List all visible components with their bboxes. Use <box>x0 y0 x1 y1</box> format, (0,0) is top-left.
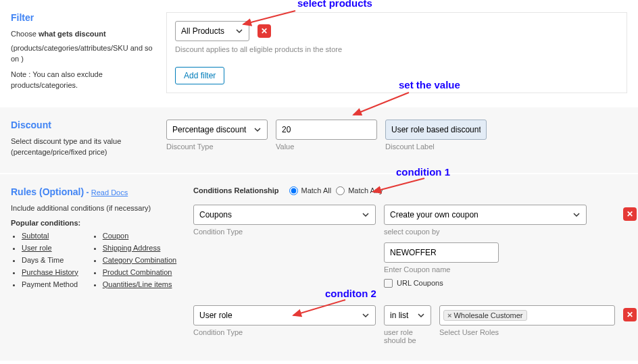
discount-side-text: Select discount type and its value (perc… <box>11 136 153 158</box>
delete-condition1-button[interactable]: ✕ <box>623 207 637 221</box>
condition2-roles-input[interactable]: ×Wholesale Customer <box>439 305 615 326</box>
discount-title: Discount <box>11 120 153 130</box>
filter-choose-sub: (products/categories/attributes/SKU and … <box>11 43 153 65</box>
role-tag[interactable]: ×Wholesale Customer <box>443 310 527 321</box>
popular-link[interactable]: Coupon <box>103 232 129 240</box>
add-filter-button[interactable]: Add filter <box>175 67 224 84</box>
delete-condition2-button[interactable]: ✕ <box>623 308 637 321</box>
url-coupons-label: URL Coupons <box>397 279 443 287</box>
discount-value-input[interactable] <box>276 120 377 140</box>
close-icon: ✕ <box>627 209 633 219</box>
condition1-type-select[interactable]: Coupons <box>193 205 376 225</box>
popular-link[interactable]: Shipping Address <box>103 244 161 252</box>
popular-link[interactable]: Purchase History <box>22 268 78 276</box>
condition1-type-label: Condition Type <box>193 228 376 236</box>
popular-link[interactable]: Quantities/Line items <box>103 280 172 288</box>
popular-link[interactable]: Days & Time <box>22 256 64 264</box>
popular-link[interactable]: Subtotal <box>22 232 49 240</box>
annotation-condition-2: conditon 2 <box>325 288 376 299</box>
annotation-select-products: select products <box>297 0 372 9</box>
discount-label-input[interactable] <box>385 120 487 140</box>
close-icon: ✕ <box>627 310 633 319</box>
discount-type-select[interactable]: Percentage discount <box>166 120 268 140</box>
condition2-op-select[interactable]: in list <box>384 305 431 326</box>
condition2-roles-placeholder: Select User Roles <box>439 328 615 336</box>
match-any-radio[interactable] <box>336 186 345 195</box>
url-coupons-checkbox[interactable] <box>384 279 393 288</box>
match-any-label: Match Any <box>348 186 383 194</box>
discount-type-label: Discount Type <box>166 142 268 151</box>
filter-choose-text: Choose what gets discount <box>11 28 153 40</box>
popular-link[interactable]: Product Combination <box>103 268 172 276</box>
condition1-coupon-label: Enter Coupon name <box>384 265 615 274</box>
popular-link[interactable]: Category Combination <box>103 256 176 264</box>
filter-applies-text: Discount applies to all eligible product… <box>175 45 618 53</box>
discount-label-label: Discount Label <box>385 142 487 151</box>
match-all-radio[interactable] <box>289 186 298 195</box>
popular-link[interactable]: User role <box>22 244 52 252</box>
filter-title: Filter <box>11 12 153 23</box>
close-icon[interactable]: × <box>447 311 451 319</box>
delete-filter-button[interactable]: ✕ <box>257 24 271 38</box>
condition2-op-label: user role should be <box>384 328 431 344</box>
popular-conditions-label: Popular conditions: <box>11 217 180 229</box>
popular-col-2: Coupon Shipping Address Category Combina… <box>92 232 176 292</box>
condition1-method-label: select coupon by <box>384 228 615 236</box>
popular-link[interactable]: Payment Method <box>22 280 78 288</box>
discount-value-label: Value <box>276 142 377 151</box>
condition1-method-select[interactable]: Create your own coupon <box>384 205 587 225</box>
filter-note: Note : You can also exclude products/cat… <box>11 69 153 91</box>
rules-title: Rules (Optional) <box>11 186 84 197</box>
condition1-coupon-input[interactable] <box>384 242 499 263</box>
filter-products-select[interactable]: All Products <box>175 21 249 41</box>
conditions-relationship-label: Conditions Relationship <box>193 186 279 194</box>
rules-include-text: Include additional conditions (if necess… <box>11 203 180 214</box>
match-all-label: Match All <box>301 186 332 194</box>
close-icon: ✕ <box>261 26 268 36</box>
read-docs-link[interactable]: Read Docs <box>91 188 128 197</box>
condition2-type-select[interactable]: User role <box>193 305 376 326</box>
popular-col-1: Subtotal User role Days & Time Purchase … <box>11 232 78 292</box>
condition2-type-label: Condition Type <box>193 328 376 336</box>
